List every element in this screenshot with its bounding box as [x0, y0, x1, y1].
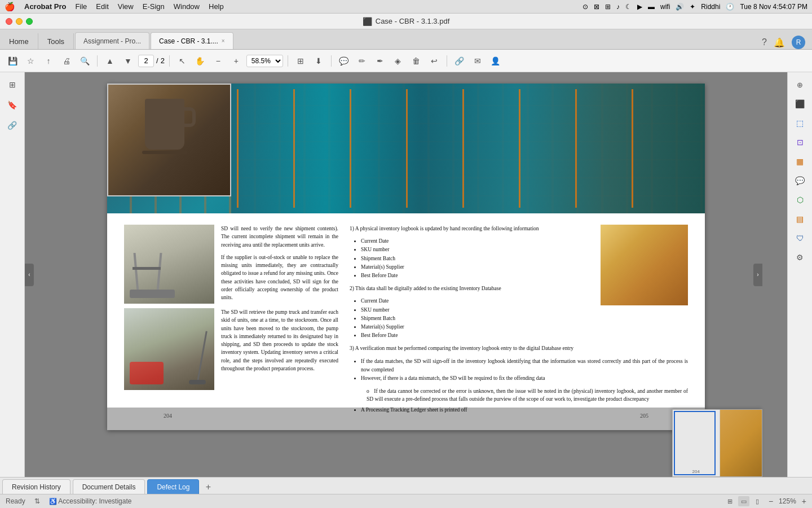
zoom-out-button[interactable]: −	[210, 53, 226, 69]
content-right: 1) A physical inventory logbook is updat…	[350, 225, 688, 419]
hand-tool[interactable]: ✋	[192, 53, 208, 69]
draw-button[interactable]: ✒	[372, 53, 388, 69]
thumbnail-panel: 204	[672, 409, 762, 477]
page-number-right: 205	[640, 413, 648, 419]
collapse-left-button[interactable]: ‹	[25, 264, 34, 286]
grid-view-icon[interactable]: ⊞	[725, 496, 736, 506]
window-title: ⬛ Case - CBR - 3.1.3.pdf	[363, 17, 450, 26]
tab-bar: Home Tools Assignment - Pro... Case - CB…	[0, 29, 812, 50]
zoom-out-status[interactable]: −	[769, 497, 773, 506]
right-sub-bullet: o If the data cannot be corrected or the…	[367, 387, 688, 404]
security-icon[interactable]: 🛡	[792, 230, 808, 246]
tab-revision-history[interactable]: Revision History	[2, 479, 70, 494]
shelf-post-3	[350, 89, 351, 208]
next-page-button[interactable]: ▼	[120, 53, 136, 69]
close-button[interactable]	[6, 18, 12, 25]
ai-icon[interactable]: ⊡	[792, 134, 808, 150]
links-panel-icon[interactable]: 🔗	[5, 117, 20, 133]
menu-username: Riddhi	[701, 3, 720, 11]
thumbnail-page-2[interactable]	[720, 410, 762, 476]
zoom-in-button[interactable]: +	[228, 53, 244, 69]
menu-music: ♪	[616, 3, 620, 11]
accessibility-text: ♿ Accessibility: Investigate	[49, 497, 132, 505]
menu-datetime: Tue 8 Nov 4:54:07 PM	[740, 3, 807, 11]
undo-button[interactable]: ↩	[426, 53, 442, 69]
redact-icon[interactable]: ⬛	[792, 96, 808, 112]
zoom-panel-icon[interactable]: ⊕	[792, 77, 808, 93]
highlight-button[interactable]: ✏	[354, 53, 370, 69]
share-button[interactable]: ↑	[41, 53, 56, 69]
accessibility-icon: ♿	[49, 498, 57, 505]
account-icon[interactable]: R	[792, 36, 805, 49]
account-button[interactable]: 👤	[488, 53, 504, 69]
shelf-post-2	[293, 89, 295, 208]
comment-button[interactable]: 💬	[336, 53, 352, 69]
page-number-input[interactable]	[138, 55, 154, 67]
menu-bar: 🍎 Acrobat Pro File Edit View E-Sign Wind…	[0, 0, 812, 14]
tab-document-details[interactable]: Document Details	[73, 479, 145, 494]
file-menu[interactable]: File	[75, 2, 87, 11]
help-icon[interactable]: ?	[762, 37, 767, 47]
collapse-right-button[interactable]: ›	[753, 264, 762, 286]
comment-panel-icon[interactable]: 💬	[792, 173, 808, 189]
window-title-text: Case - CBR - 3.1.3.pdf	[376, 17, 450, 25]
search-button[interactable]: 🔍	[77, 53, 92, 69]
apple-menu[interactable]: 🍎	[5, 2, 15, 12]
two-page-icon[interactable]: ▯	[752, 496, 763, 506]
tab-home[interactable]: Home	[0, 33, 38, 49]
tab-defect-log[interactable]: Defect Log	[147, 479, 199, 494]
zoom-select[interactable]: 58.5%	[246, 55, 283, 67]
save-button[interactable]: 💾	[5, 53, 20, 69]
email-button[interactable]: ✉	[470, 53, 486, 69]
coffee-image	[107, 84, 231, 196]
stamp-button[interactable]: ◈	[390, 53, 406, 69]
pages-panel-icon[interactable]: ⊞	[5, 77, 20, 93]
view-mode-icons: ⊞ ▭ ▯	[725, 496, 763, 506]
esign-menu[interactable]: E-Sign	[143, 2, 165, 11]
coffee-mug-shape	[139, 99, 190, 167]
bookmarks-panel-icon[interactable]: 🔖	[5, 97, 20, 113]
minimize-button[interactable]	[16, 18, 23, 25]
traffic-lights	[6, 18, 33, 25]
compare-icon[interactable]: ▦	[792, 154, 808, 169]
link-button[interactable]: 🔗	[452, 53, 467, 69]
tab-case-label: Case - CBR - 3.1....	[159, 37, 218, 45]
window-menu[interactable]: Window	[174, 2, 200, 11]
view-mode-button[interactable]: ⊞	[293, 53, 308, 69]
bottom-tabs: Revision History Document Details Defect…	[0, 477, 812, 494]
scroll-down-button[interactable]: ⬇	[311, 53, 326, 69]
toolbar-sep-2	[169, 55, 170, 67]
pdf-icon: ⬛	[363, 17, 372, 26]
right-panel: ⊕ ⬛ ⬚ ⊡ ▦ 💬 ⬡ ▤ 🛡 ⚙	[787, 72, 812, 477]
tab-assignment[interactable]: Assignment - Pro...	[75, 32, 149, 49]
single-page-icon[interactable]: ▭	[738, 496, 749, 506]
translate-icon[interactable]: ⬚	[792, 115, 808, 131]
organize-icon[interactable]: ▤	[792, 211, 808, 227]
zoom-in-status[interactable]: +	[802, 497, 806, 506]
help-menu[interactable]: Help	[209, 2, 224, 11]
print-button[interactable]: 🖨	[59, 53, 74, 69]
tab-case-close[interactable]: ×	[222, 38, 225, 44]
view-menu[interactable]: View	[118, 2, 134, 11]
delete-button[interactable]: 🗑	[408, 53, 424, 69]
settings-icon[interactable]: ⚙	[792, 249, 808, 265]
tab-tools[interactable]: Tools	[38, 33, 74, 49]
edit-menu[interactable]: Edit	[96, 2, 108, 11]
tab-case[interactable]: Case - CBR - 3.1.... ×	[151, 32, 233, 49]
select-tool[interactable]: ↖	[174, 53, 190, 69]
shelf-post-5	[462, 89, 464, 208]
app-menu[interactable]: Acrobat Pro	[24, 2, 66, 11]
fullscreen-button[interactable]	[26, 18, 33, 25]
notifications-icon[interactable]: 🔔	[774, 37, 785, 48]
left-section-2: The SD will retrieve the pump truck and …	[124, 308, 338, 395]
zoom-level: 125%	[779, 497, 796, 505]
shelf-post-4	[406, 89, 408, 208]
title-bar: ⬛ Case - CBR - 3.1.3.pdf	[0, 14, 812, 29]
status-arrows-icon[interactable]: ⇅	[34, 497, 40, 505]
shelf-post-6	[519, 89, 520, 208]
bookmark-button[interactable]: ☆	[23, 53, 38, 69]
menu-right: ⊙ ⊠ ⊞ ♪ ☾ ▶ ▬ wifi 🔊 ✦ Riddhi 🕐 Tue 8 No…	[582, 3, 807, 11]
tab-add-button[interactable]: +	[201, 480, 215, 494]
export-icon[interactable]: ⬡	[792, 192, 808, 208]
prev-page-button[interactable]: ▲	[102, 53, 118, 69]
